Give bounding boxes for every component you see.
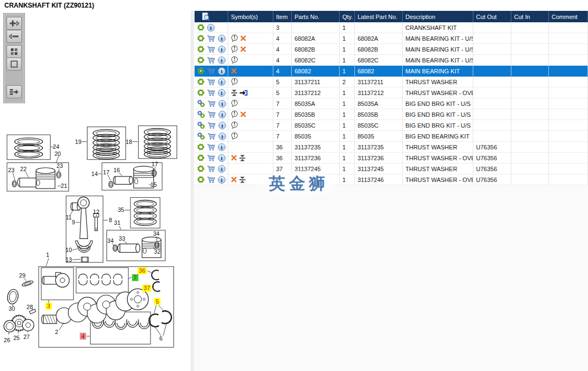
table-row[interactable]: i!785035C185035CBIG END BRG KIT - U/S [195,120,588,131]
info-icon[interactable]: i [207,23,215,32]
callout-36[interactable]: 36 [137,267,147,274]
callout-17[interactable]: 17 [103,169,109,175]
callout-4[interactable]: 4 [80,333,86,340]
callout-16[interactable]: 16 [114,167,120,173]
callout-34[interactable]: 34 [153,230,160,237]
info-icon[interactable]: i [217,143,226,152]
info-icon[interactable]: i [218,99,227,108]
gear-icon[interactable] [197,45,205,53]
cart-icon[interactable] [207,46,216,53]
callout-12[interactable]: 12 [93,209,99,215]
info-icon[interactable]: i [217,78,226,86]
callout-5[interactable]: 5 [154,298,161,305]
table-row[interactable]: i468082168082MAIN BEARING KIT [195,66,588,77]
table-row[interactable]: i!468082B168082BMAIN BEARING KIT - U/S [195,44,588,55]
cart-icon[interactable] [207,143,216,151]
table-row[interactable]: i!785035185035BIG END BEARING KIT [195,131,588,142]
cart-icon[interactable] [207,122,216,129]
gear-icon[interactable] [197,165,205,173]
callout-29[interactable]: 29 [19,272,26,279]
callout-33[interactable]: 33 [119,235,126,242]
callout-21[interactable]: 21 [61,183,67,189]
callout-19[interactable]: 19 [75,139,82,145]
cart-icon[interactable] [207,67,216,75]
table-row[interactable]: i3631137236131137236THRUST WASHER - OVER… [195,153,588,164]
info-icon[interactable]: i [218,132,227,141]
gear-icon[interactable] [197,154,205,162]
info-icon[interactable]: i [217,56,226,65]
cart-icon[interactable] [207,165,216,173]
table-row[interactable]: i3731137245131137245THRUST WASHERU76356 [195,164,588,174]
info-icon[interactable]: i [217,67,226,76]
callout-1[interactable]: 1 [46,251,49,258]
info-icon[interactable]: i [217,175,226,184]
info-icon[interactable]: i [218,110,227,119]
gear-icon[interactable] [197,34,205,42]
callout-34[interactable]: 34 [107,237,114,244]
table-row[interactable]: i31CRANKSHAFT KIT [195,22,588,33]
callout-20[interactable]: 20 [54,150,61,157]
table-row[interactable]: i531137212131137212THRUST WASHER - OVERS… [195,87,588,98]
gear-icon[interactable] [197,78,205,86]
cart-icon[interactable] [207,154,216,162]
callout-26[interactable]: 26 [4,337,10,343]
info-icon[interactable]: i [218,121,227,130]
info-icon[interactable]: i [217,45,226,54]
gear-icon[interactable] [197,89,205,97]
cart-icon[interactable] [207,89,216,97]
info-icon[interactable]: i [217,34,226,43]
cart-icon[interactable] [207,111,216,118]
gear-icon[interactable] [197,56,205,64]
pane-splitter[interactable] [191,11,194,371]
callout-2[interactable]: 2 [55,329,58,335]
callout-11[interactable]: 11 [66,214,72,221]
callout-37[interactable]: 37 [142,285,152,292]
diagram-canvas[interactable]: 2420232223211918141716171511912810133531… [0,11,191,371]
callout-17[interactable]: 17 [152,161,158,167]
callout-9[interactable]: 9 [72,219,75,225]
callout-3[interactable]: 3 [46,303,52,310]
cart-icon[interactable] [207,133,216,140]
callout-22[interactable]: 22 [20,166,27,172]
table-row[interactable]: i3731137246131137246THRUST WASHER - OVER… [195,174,588,185]
callout-31[interactable]: 31 [114,219,121,226]
table-row[interactable]: i3631137235131137235THRUST WASHERU76356 [195,142,588,153]
callout-32[interactable]: 32 [154,249,161,255]
double-gear-icon[interactable] [197,110,205,118]
cart-icon[interactable] [207,78,216,86]
double-gear-icon[interactable] [197,99,205,108]
info-icon[interactable]: i [217,89,226,97]
cart-icon[interactable] [207,56,216,64]
callout-30[interactable]: 30 [9,305,15,312]
callout-35[interactable]: 35 [118,206,124,213]
gear-icon[interactable] [197,143,205,151]
callout-23[interactable]: 23 [8,167,15,173]
double-gear-icon[interactable] [197,132,205,140]
table-row[interactable]: i!531137211231137211THRUST WASHER [195,77,588,87]
callout-10[interactable]: 10 [66,247,72,253]
callout-13[interactable]: 13 [66,256,72,263]
callout-25[interactable]: 25 [13,335,20,341]
gear-icon[interactable] [197,67,205,75]
info-icon[interactable]: i [217,165,226,173]
table-row[interactable]: i!468082C168082CMAIN BEARING KIT - U/S [195,55,588,66]
callout-6[interactable]: 6 [159,335,162,342]
callout-8[interactable]: 8 [109,217,112,223]
table-row[interactable]: i!468082A168082AMAIN BEARING KIT - U/S [195,33,588,44]
callout-15[interactable]: 15 [151,181,157,188]
cart-icon[interactable] [207,35,216,42]
table-row[interactable]: i!785035B185035BBIG END BRG KIT - U/S [195,109,588,120]
callout-28[interactable]: 28 [27,304,33,310]
table-row[interactable]: i!785035A185035ABIG END BRG KIT - U/S [195,98,588,109]
gear-icon[interactable] [197,23,205,32]
double-gear-icon[interactable] [197,121,205,129]
gear-icon[interactable] [197,175,205,184]
cart-icon[interactable] [207,176,216,184]
callout-14[interactable]: 14 [91,171,98,177]
callout-18[interactable]: 18 [126,139,132,145]
callout-27[interactable]: 27 [23,334,30,340]
cart-icon[interactable] [207,100,216,108]
info-icon[interactable]: i [217,154,226,162]
callout-23[interactable]: 23 [57,162,63,169]
callout-24[interactable]: 24 [53,143,59,150]
